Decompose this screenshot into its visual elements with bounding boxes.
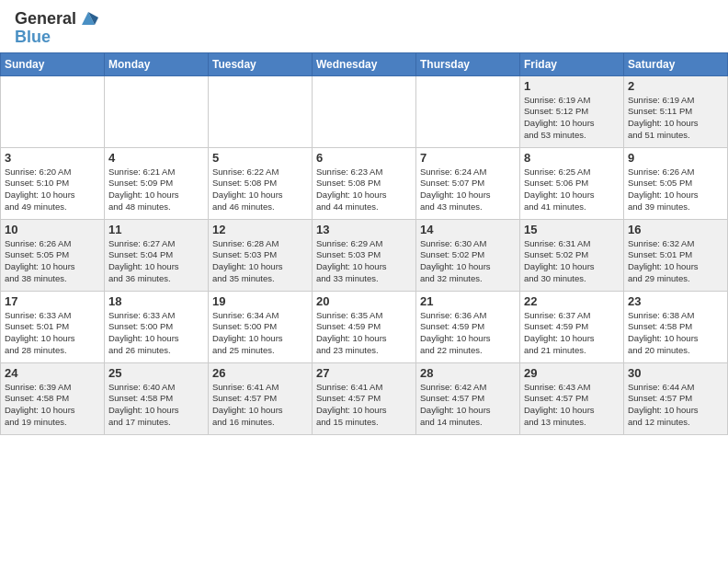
day-number: 19 (212, 294, 308, 308)
header: General Blue (0, 0, 728, 52)
day-cell: 24Sunrise: 6:39 AM Sunset: 4:58 PM Dayli… (1, 362, 105, 434)
day-cell: 16Sunrise: 6:32 AM Sunset: 5:01 PM Dayli… (624, 219, 728, 291)
day-number: 14 (420, 223, 516, 236)
weekday-header-row: SundayMondayTuesdayWednesdayThursdayFrid… (1, 52, 728, 75)
day-info: Sunrise: 6:24 AM Sunset: 5:07 PM Dayligh… (420, 167, 516, 213)
day-cell (1, 75, 105, 147)
day-number: 4 (108, 151, 204, 165)
weekday-header-saturday: Saturday (624, 52, 728, 75)
day-info: Sunrise: 6:35 AM Sunset: 4:59 PM Dayligh… (316, 310, 412, 357)
day-number: 6 (316, 151, 412, 165)
day-number: 7 (420, 151, 516, 165)
logo-text: General (15, 9, 76, 29)
day-cell: 18Sunrise: 6:33 AM Sunset: 5:00 PM Dayli… (105, 291, 209, 362)
day-info: Sunrise: 6:31 AM Sunset: 5:02 PM Dayligh… (524, 238, 620, 285)
day-number: 10 (5, 223, 100, 236)
day-cell: 28Sunrise: 6:42 AM Sunset: 4:57 PM Dayli… (416, 362, 520, 434)
day-cell: 2Sunrise: 6:19 AM Sunset: 5:11 PM Daylig… (624, 75, 728, 147)
day-cell: 22Sunrise: 6:37 AM Sunset: 4:59 PM Dayli… (520, 291, 624, 362)
day-number: 29 (524, 366, 620, 380)
day-cell: 10Sunrise: 6:26 AM Sunset: 5:05 PM Dayli… (1, 219, 105, 291)
day-number: 12 (212, 223, 308, 236)
weekday-header-sunday: Sunday (1, 52, 105, 75)
day-info: Sunrise: 6:42 AM Sunset: 4:57 PM Dayligh… (420, 382, 516, 429)
calendar: SundayMondayTuesdayWednesdayThursdayFrid… (0, 52, 728, 435)
day-number: 9 (628, 151, 723, 165)
weekday-header-friday: Friday (520, 52, 624, 75)
day-cell: 30Sunrise: 6:44 AM Sunset: 4:57 PM Dayli… (624, 362, 728, 434)
day-info: Sunrise: 6:41 AM Sunset: 4:57 PM Dayligh… (316, 382, 412, 429)
day-cell: 7Sunrise: 6:24 AM Sunset: 5:07 PM Daylig… (416, 147, 520, 219)
day-info: Sunrise: 6:37 AM Sunset: 4:59 PM Dayligh… (524, 310, 620, 357)
day-cell: 20Sunrise: 6:35 AM Sunset: 4:59 PM Dayli… (313, 291, 416, 362)
day-number: 24 (5, 366, 100, 380)
day-info: Sunrise: 6:19 AM Sunset: 5:12 PM Dayligh… (524, 95, 620, 142)
week-row-3: 17Sunrise: 6:33 AM Sunset: 5:01 PM Dayli… (1, 291, 728, 362)
day-number: 25 (108, 366, 204, 380)
day-info: Sunrise: 6:29 AM Sunset: 5:03 PM Dayligh… (316, 238, 412, 285)
day-number: 1 (524, 79, 620, 93)
logo-blue: Blue (15, 28, 98, 47)
day-cell: 15Sunrise: 6:31 AM Sunset: 5:02 PM Dayli… (520, 219, 624, 291)
day-info: Sunrise: 6:20 AM Sunset: 5:10 PM Dayligh… (5, 167, 100, 213)
day-cell: 1Sunrise: 6:19 AM Sunset: 5:12 PM Daylig… (520, 75, 624, 147)
weekday-header-monday: Monday (105, 52, 209, 75)
day-number: 22 (524, 294, 620, 308)
day-cell: 27Sunrise: 6:41 AM Sunset: 4:57 PM Dayli… (313, 362, 416, 434)
day-info: Sunrise: 6:27 AM Sunset: 5:04 PM Dayligh… (108, 238, 204, 285)
day-number: 18 (108, 294, 204, 308)
logo: General Blue (15, 9, 98, 47)
day-cell: 8Sunrise: 6:25 AM Sunset: 5:06 PM Daylig… (520, 147, 624, 219)
day-cell: 19Sunrise: 6:34 AM Sunset: 5:00 PM Dayli… (209, 291, 313, 362)
day-cell: 11Sunrise: 6:27 AM Sunset: 5:04 PM Dayli… (105, 219, 209, 291)
day-cell: 5Sunrise: 6:22 AM Sunset: 5:08 PM Daylig… (209, 147, 313, 219)
day-cell (416, 75, 520, 147)
day-cell: 26Sunrise: 6:41 AM Sunset: 4:57 PM Dayli… (209, 362, 313, 434)
day-info: Sunrise: 6:23 AM Sunset: 5:08 PM Dayligh… (316, 167, 412, 213)
day-number: 5 (212, 151, 308, 165)
day-info: Sunrise: 6:36 AM Sunset: 4:59 PM Dayligh… (420, 310, 516, 357)
day-info: Sunrise: 6:43 AM Sunset: 4:57 PM Dayligh… (524, 382, 620, 429)
day-cell: 6Sunrise: 6:23 AM Sunset: 5:08 PM Daylig… (313, 147, 416, 219)
day-cell: 25Sunrise: 6:40 AM Sunset: 4:58 PM Dayli… (105, 362, 209, 434)
day-cell: 17Sunrise: 6:33 AM Sunset: 5:01 PM Dayli… (1, 291, 105, 362)
week-row-0: 1Sunrise: 6:19 AM Sunset: 5:12 PM Daylig… (1, 75, 728, 147)
day-info: Sunrise: 6:21 AM Sunset: 5:09 PM Dayligh… (108, 167, 204, 213)
day-number: 26 (212, 366, 308, 380)
day-cell: 23Sunrise: 6:38 AM Sunset: 4:58 PM Dayli… (624, 291, 728, 362)
day-info: Sunrise: 6:30 AM Sunset: 5:02 PM Dayligh… (420, 238, 516, 285)
day-info: Sunrise: 6:22 AM Sunset: 5:08 PM Dayligh… (212, 167, 308, 213)
day-info: Sunrise: 6:28 AM Sunset: 5:03 PM Dayligh… (212, 238, 308, 285)
day-number: 27 (316, 366, 412, 380)
day-info: Sunrise: 6:39 AM Sunset: 4:58 PM Dayligh… (5, 382, 100, 429)
day-number: 13 (316, 223, 412, 236)
day-cell: 14Sunrise: 6:30 AM Sunset: 5:02 PM Dayli… (416, 219, 520, 291)
day-cell: 4Sunrise: 6:21 AM Sunset: 5:09 PM Daylig… (105, 147, 209, 219)
day-info: Sunrise: 6:25 AM Sunset: 5:06 PM Dayligh… (524, 167, 620, 213)
day-number: 17 (5, 294, 100, 308)
day-info: Sunrise: 6:33 AM Sunset: 5:01 PM Dayligh… (5, 310, 100, 357)
day-number: 30 (628, 366, 723, 380)
day-cell: 21Sunrise: 6:36 AM Sunset: 4:59 PM Dayli… (416, 291, 520, 362)
day-number: 16 (628, 223, 723, 236)
weekday-header-tuesday: Tuesday (209, 52, 313, 75)
day-cell: 29Sunrise: 6:43 AM Sunset: 4:57 PM Dayli… (520, 362, 624, 434)
week-row-2: 10Sunrise: 6:26 AM Sunset: 5:05 PM Dayli… (1, 219, 728, 291)
weekday-header-wednesday: Wednesday (313, 52, 416, 75)
logo-icon (78, 8, 98, 29)
day-number: 28 (420, 366, 516, 380)
day-number: 23 (628, 294, 723, 308)
day-info: Sunrise: 6:32 AM Sunset: 5:01 PM Dayligh… (628, 238, 723, 285)
week-row-4: 24Sunrise: 6:39 AM Sunset: 4:58 PM Dayli… (1, 362, 728, 434)
day-info: Sunrise: 6:26 AM Sunset: 5:05 PM Dayligh… (628, 167, 723, 213)
day-cell (209, 75, 313, 147)
day-cell: 3Sunrise: 6:20 AM Sunset: 5:10 PM Daylig… (1, 147, 105, 219)
day-info: Sunrise: 6:40 AM Sunset: 4:58 PM Dayligh… (108, 382, 204, 429)
day-cell: 12Sunrise: 6:28 AM Sunset: 5:03 PM Dayli… (209, 219, 313, 291)
day-cell (313, 75, 416, 147)
week-row-1: 3Sunrise: 6:20 AM Sunset: 5:10 PM Daylig… (1, 147, 728, 219)
day-info: Sunrise: 6:33 AM Sunset: 5:00 PM Dayligh… (108, 310, 204, 357)
day-number: 8 (524, 151, 620, 165)
day-info: Sunrise: 6:44 AM Sunset: 4:57 PM Dayligh… (628, 382, 723, 429)
day-info: Sunrise: 6:41 AM Sunset: 4:57 PM Dayligh… (212, 382, 308, 429)
